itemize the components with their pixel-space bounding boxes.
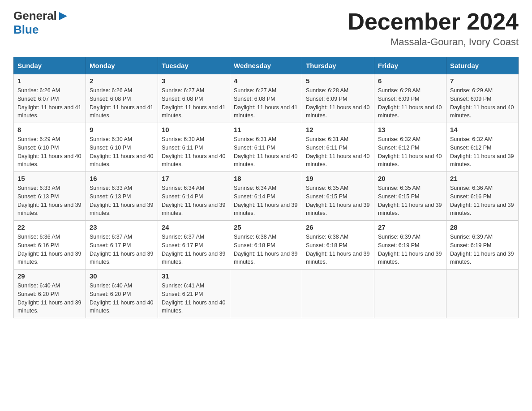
day-info: Sunrise: 6:36 AMSunset: 6:16 PMDaylight:… bbox=[450, 184, 515, 218]
day-number: 19 bbox=[306, 175, 370, 182]
header-cell-monday: Monday bbox=[86, 57, 158, 74]
header-cell-sunday: Sunday bbox=[14, 57, 86, 74]
calendar-cell: 3Sunrise: 6:27 AMSunset: 6:08 PMDaylight… bbox=[158, 74, 230, 123]
calendar-cell bbox=[230, 270, 302, 318]
day-number: 20 bbox=[378, 175, 442, 182]
calendar-header: SundayMondayTuesdayWednesdayThursdayFrid… bbox=[14, 57, 519, 74]
week-row-1: 1Sunrise: 6:26 AMSunset: 6:07 PMDaylight… bbox=[14, 74, 519, 123]
day-info: Sunrise: 6:40 AMSunset: 6:20 PMDaylight:… bbox=[90, 282, 154, 315]
calendar-cell: 15Sunrise: 6:33 AMSunset: 6:13 PMDayligh… bbox=[14, 172, 86, 221]
day-number: 21 bbox=[450, 175, 515, 182]
day-info: Sunrise: 6:34 AMSunset: 6:14 PMDaylight:… bbox=[162, 184, 226, 218]
calendar-cell: 4Sunrise: 6:27 AMSunset: 6:08 PMDaylight… bbox=[230, 74, 302, 123]
calendar-cell: 2Sunrise: 6:26 AMSunset: 6:08 PMDaylight… bbox=[86, 74, 158, 123]
day-number: 5 bbox=[306, 77, 370, 85]
svg-marker-0 bbox=[59, 12, 67, 20]
day-info: Sunrise: 6:32 AMSunset: 6:12 PMDaylight:… bbox=[378, 135, 442, 169]
calendar-cell: 31Sunrise: 6:41 AMSunset: 6:21 PMDayligh… bbox=[158, 270, 230, 318]
month-title: December 2024 bbox=[348, 9, 519, 34]
logo: General Blue bbox=[13, 9, 68, 37]
calendar-cell: 29Sunrise: 6:40 AMSunset: 6:20 PMDayligh… bbox=[14, 270, 86, 318]
day-info: Sunrise: 6:26 AMSunset: 6:07 PMDaylight:… bbox=[17, 86, 82, 120]
day-number: 1 bbox=[17, 77, 82, 85]
calendar-cell: 21Sunrise: 6:36 AMSunset: 6:16 PMDayligh… bbox=[446, 172, 519, 221]
day-info: Sunrise: 6:28 AMSunset: 6:09 PMDaylight:… bbox=[378, 86, 442, 120]
calendar-body: 1Sunrise: 6:26 AMSunset: 6:07 PMDaylight… bbox=[14, 74, 519, 318]
day-number: 25 bbox=[234, 223, 298, 231]
day-number: 26 bbox=[306, 223, 370, 231]
calendar-cell: 16Sunrise: 6:33 AMSunset: 6:13 PMDayligh… bbox=[86, 172, 158, 221]
day-number: 24 bbox=[162, 223, 226, 231]
calendar-cell bbox=[302, 270, 374, 318]
day-number: 22 bbox=[17, 223, 82, 231]
calendar-cell: 19Sunrise: 6:35 AMSunset: 6:15 PMDayligh… bbox=[302, 172, 374, 221]
day-info: Sunrise: 6:38 AMSunset: 6:18 PMDaylight:… bbox=[306, 233, 370, 266]
header-cell-saturday: Saturday bbox=[446, 57, 519, 74]
day-info: Sunrise: 6:32 AMSunset: 6:12 PMDaylight:… bbox=[450, 135, 515, 169]
day-number: 11 bbox=[234, 126, 298, 133]
day-number: 15 bbox=[17, 175, 82, 182]
day-info: Sunrise: 6:38 AMSunset: 6:18 PMDaylight:… bbox=[234, 233, 298, 266]
day-info: Sunrise: 6:31 AMSunset: 6:11 PMDaylight:… bbox=[306, 135, 370, 169]
calendar-cell: 5Sunrise: 6:28 AMSunset: 6:09 PMDaylight… bbox=[302, 74, 374, 123]
calendar-cell bbox=[374, 270, 446, 318]
day-number: 13 bbox=[378, 126, 442, 133]
day-number: 30 bbox=[90, 272, 154, 280]
header-cell-tuesday: Tuesday bbox=[158, 57, 230, 74]
day-number: 14 bbox=[450, 126, 515, 133]
day-info: Sunrise: 6:27 AMSunset: 6:08 PMDaylight:… bbox=[234, 86, 298, 120]
day-info: Sunrise: 6:39 AMSunset: 6:19 PMDaylight:… bbox=[378, 233, 442, 266]
day-number: 3 bbox=[162, 77, 226, 85]
day-info: Sunrise: 6:37 AMSunset: 6:17 PMDaylight:… bbox=[90, 233, 154, 266]
calendar-cell: 13Sunrise: 6:32 AMSunset: 6:12 PMDayligh… bbox=[374, 123, 446, 172]
logo-general-text: General bbox=[13, 9, 57, 23]
calendar-cell: 17Sunrise: 6:34 AMSunset: 6:14 PMDayligh… bbox=[158, 172, 230, 221]
calendar-cell: 25Sunrise: 6:38 AMSunset: 6:18 PMDayligh… bbox=[230, 221, 302, 270]
day-info: Sunrise: 6:31 AMSunset: 6:11 PMDaylight:… bbox=[234, 135, 298, 169]
day-number: 10 bbox=[162, 126, 226, 133]
day-info: Sunrise: 6:30 AMSunset: 6:10 PMDaylight:… bbox=[90, 135, 154, 169]
day-number: 27 bbox=[378, 223, 442, 231]
day-info: Sunrise: 6:26 AMSunset: 6:08 PMDaylight:… bbox=[90, 86, 154, 120]
day-info: Sunrise: 6:29 AMSunset: 6:10 PMDaylight:… bbox=[17, 135, 82, 169]
calendar-cell: 26Sunrise: 6:38 AMSunset: 6:18 PMDayligh… bbox=[302, 221, 374, 270]
calendar-cell: 8Sunrise: 6:29 AMSunset: 6:10 PMDaylight… bbox=[14, 123, 86, 172]
header-cell-wednesday: Wednesday bbox=[230, 57, 302, 74]
calendar-cell: 7Sunrise: 6:29 AMSunset: 6:09 PMDaylight… bbox=[446, 74, 519, 123]
calendar-cell: 30Sunrise: 6:40 AMSunset: 6:20 PMDayligh… bbox=[86, 270, 158, 318]
calendar-cell: 12Sunrise: 6:31 AMSunset: 6:11 PMDayligh… bbox=[302, 123, 374, 172]
day-info: Sunrise: 6:39 AMSunset: 6:19 PMDaylight:… bbox=[450, 233, 515, 266]
calendar-cell: 9Sunrise: 6:30 AMSunset: 6:10 PMDaylight… bbox=[86, 123, 158, 172]
day-info: Sunrise: 6:33 AMSunset: 6:13 PMDaylight:… bbox=[17, 184, 82, 218]
day-number: 31 bbox=[162, 272, 226, 280]
location-subtitle: Massala-Gouran, Ivory Coast bbox=[348, 36, 519, 48]
calendar-cell: 1Sunrise: 6:26 AMSunset: 6:07 PMDaylight… bbox=[14, 74, 86, 123]
day-info: Sunrise: 6:41 AMSunset: 6:21 PMDaylight:… bbox=[162, 282, 226, 315]
calendar-cell: 27Sunrise: 6:39 AMSunset: 6:19 PMDayligh… bbox=[374, 221, 446, 270]
day-info: Sunrise: 6:34 AMSunset: 6:14 PMDaylight:… bbox=[234, 184, 298, 218]
calendar-cell: 24Sunrise: 6:37 AMSunset: 6:17 PMDayligh… bbox=[158, 221, 230, 270]
calendar-cell: 14Sunrise: 6:32 AMSunset: 6:12 PMDayligh… bbox=[446, 123, 519, 172]
week-row-5: 29Sunrise: 6:40 AMSunset: 6:20 PMDayligh… bbox=[14, 270, 519, 318]
day-number: 17 bbox=[162, 175, 226, 182]
logo-arrow-icon bbox=[58, 11, 68, 21]
day-number: 4 bbox=[234, 77, 298, 85]
week-row-2: 8Sunrise: 6:29 AMSunset: 6:10 PMDaylight… bbox=[14, 123, 519, 172]
calendar-cell: 10Sunrise: 6:30 AMSunset: 6:11 PMDayligh… bbox=[158, 123, 230, 172]
calendar-table: SundayMondayTuesdayWednesdayThursdayFrid… bbox=[13, 57, 519, 318]
week-row-3: 15Sunrise: 6:33 AMSunset: 6:13 PMDayligh… bbox=[14, 172, 519, 221]
day-number: 18 bbox=[234, 175, 298, 182]
day-info: Sunrise: 6:37 AMSunset: 6:17 PMDaylight:… bbox=[162, 233, 226, 266]
page-header: General Blue December 2024 Massala-Goura… bbox=[13, 9, 519, 48]
day-number: 16 bbox=[90, 175, 154, 182]
day-info: Sunrise: 6:30 AMSunset: 6:11 PMDaylight:… bbox=[162, 135, 226, 169]
day-number: 7 bbox=[450, 77, 515, 85]
calendar-cell: 20Sunrise: 6:35 AMSunset: 6:15 PMDayligh… bbox=[374, 172, 446, 221]
header-cell-friday: Friday bbox=[374, 57, 446, 74]
day-number: 23 bbox=[90, 223, 154, 231]
calendar-cell bbox=[446, 270, 519, 318]
day-number: 28 bbox=[450, 223, 515, 231]
day-info: Sunrise: 6:35 AMSunset: 6:15 PMDaylight:… bbox=[378, 184, 442, 218]
calendar-cell: 6Sunrise: 6:28 AMSunset: 6:09 PMDaylight… bbox=[374, 74, 446, 123]
calendar-cell: 18Sunrise: 6:34 AMSunset: 6:14 PMDayligh… bbox=[230, 172, 302, 221]
